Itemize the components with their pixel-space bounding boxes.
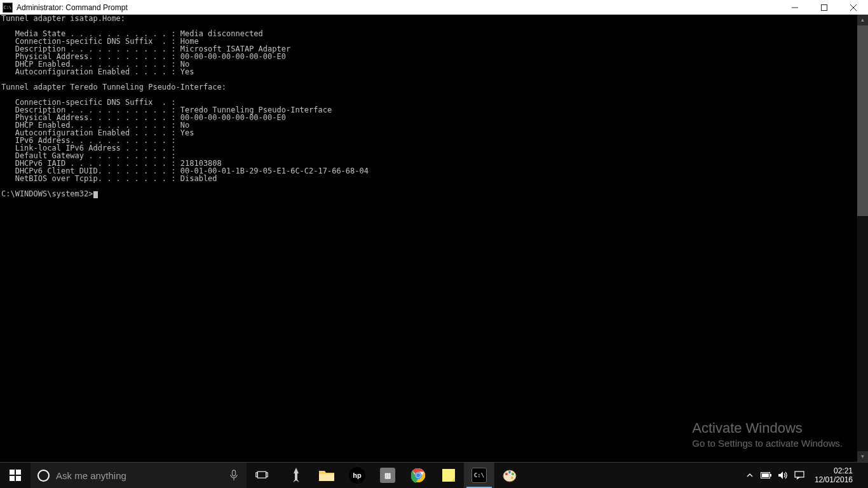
scrollbar-track[interactable] (857, 25, 868, 451)
svg-rect-6 (10, 476, 15, 481)
command-prompt-icon: C:\ (3, 3, 13, 13)
battery-icon[interactable] (760, 463, 773, 488)
svg-rect-1 (822, 4, 827, 10)
svg-rect-26 (762, 473, 769, 477)
clock-date: 12/01/2016 (815, 475, 853, 484)
svg-rect-4 (10, 470, 15, 475)
command-prompt-window: C:\ Administrator: Command Prompt Tunnel… (0, 0, 868, 463)
action-center-icon[interactable] (793, 463, 806, 488)
taskbar-app-hp[interactable]: hp (342, 463, 372, 488)
svg-point-22 (512, 473, 514, 475)
taskbar-app-paint[interactable] (494, 463, 525, 488)
svg-rect-25 (770, 474, 771, 477)
window-title: Administrator: Command Prompt (17, 3, 128, 12)
minimize-button[interactable] (780, 0, 810, 15)
terminal-cursor (93, 191, 98, 198)
terminal-output[interactable]: Tunnel adapter isatap.Home: Media State … (0, 15, 857, 462)
svg-point-23 (511, 477, 513, 479)
volume-icon[interactable] (776, 463, 789, 488)
taskbar-app-sticky-notes[interactable] (433, 463, 464, 488)
search-placeholder: Ask me anything (56, 470, 221, 481)
svg-rect-11 (256, 473, 258, 477)
microphone-icon[interactable] (221, 470, 247, 481)
svg-rect-12 (266, 473, 268, 477)
command-prompt-icon-label: C:\ (4, 5, 12, 10)
task-view-button[interactable] (247, 463, 277, 488)
svg-rect-13 (319, 474, 334, 481)
scroll-down-button[interactable]: ▼ (857, 451, 868, 462)
taskbar-app-file-explorer[interactable] (311, 463, 342, 488)
svg-rect-5 (16, 470, 21, 475)
system-tray: 02:21 12/01/2016 (741, 463, 868, 488)
vertical-scrollbar[interactable]: ▲ ▼ (857, 15, 868, 462)
svg-rect-10 (257, 471, 266, 478)
svg-rect-7 (16, 476, 21, 481)
close-button[interactable] (839, 0, 868, 15)
svg-rect-27 (795, 471, 804, 477)
scrollbar-thumb[interactable] (857, 25, 868, 216)
taskbar-app-fences[interactable]: ▥ (372, 463, 403, 488)
maximize-button[interactable] (810, 0, 839, 15)
titlebar[interactable]: C:\ Administrator: Command Prompt (0, 0, 868, 15)
start-button[interactable] (0, 463, 31, 488)
svg-point-21 (508, 471, 511, 473)
tray-overflow-icon[interactable] (743, 463, 756, 488)
svg-rect-8 (233, 470, 236, 476)
taskbar-app-command-prompt[interactable]: C:\ (464, 463, 494, 488)
taskbar-app-skyrim[interactable] (281, 463, 311, 488)
clock-time: 02:21 (834, 466, 853, 475)
cortana-icon (31, 470, 56, 482)
search-box[interactable]: Ask me anything (31, 463, 247, 488)
svg-point-17 (416, 473, 421, 478)
taskbar: Ask me anything hp ▥ (0, 463, 868, 488)
taskbar-clock[interactable]: 02:21 12/01/2016 (810, 466, 858, 484)
svg-point-20 (505, 473, 508, 475)
scroll-up-button[interactable]: ▲ (857, 15, 868, 25)
taskbar-app-chrome[interactable] (403, 463, 433, 488)
